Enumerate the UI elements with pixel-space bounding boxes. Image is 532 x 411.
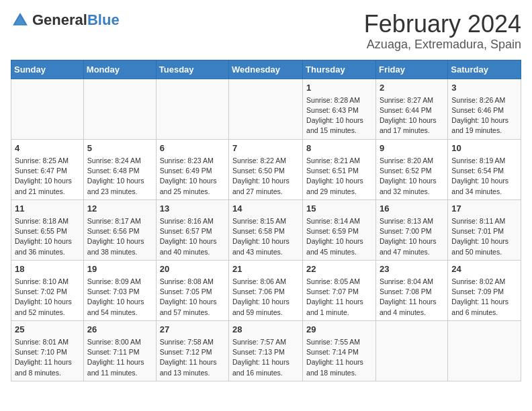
- day-number: 9: [380, 142, 444, 154]
- logo: GeneralBlue: [11, 11, 120, 30]
- day-number: 12: [87, 203, 152, 215]
- day-info: Sunrise: 8:26 AM Sunset: 6:46 PM Dayligh…: [451, 95, 517, 136]
- day-cell: 27Sunrise: 7:58 AM Sunset: 7:12 PM Dayli…: [156, 320, 228, 381]
- day-cell: 12Sunrise: 8:17 AM Sunset: 6:56 PM Dayli…: [83, 199, 156, 260]
- day-number: 27: [160, 324, 225, 336]
- calendar-table: SundayMondayTuesdayWednesdayThursdayFrid…: [11, 60, 521, 381]
- day-info: Sunrise: 8:23 AM Sunset: 6:49 PM Dayligh…: [160, 156, 225, 197]
- day-number: 6: [160, 142, 225, 154]
- day-number: 28: [232, 324, 299, 336]
- day-info: Sunrise: 8:28 AM Sunset: 6:43 PM Dayligh…: [306, 95, 372, 136]
- header-cell-monday: Monday: [83, 60, 156, 79]
- calendar-body: 1Sunrise: 8:28 AM Sunset: 6:43 PM Daylig…: [11, 79, 521, 381]
- day-info: Sunrise: 8:04 AM Sunset: 7:08 PM Dayligh…: [380, 277, 444, 318]
- day-cell: 20Sunrise: 8:08 AM Sunset: 7:05 PM Dayli…: [156, 260, 228, 320]
- day-number: 14: [232, 203, 299, 215]
- day-info: Sunrise: 7:57 AM Sunset: 7:13 PM Dayligh…: [232, 337, 299, 378]
- week-row-3: 11Sunrise: 8:18 AM Sunset: 6:55 PM Dayli…: [11, 199, 521, 260]
- day-number: 7: [232, 142, 299, 154]
- logo-icon: [11, 11, 30, 30]
- logo-text-general: General: [32, 12, 87, 28]
- month-title: February 2024: [364, 11, 521, 38]
- day-cell: 4Sunrise: 8:25 AM Sunset: 6:47 PM Daylig…: [11, 139, 84, 199]
- day-info: Sunrise: 8:24 AM Sunset: 6:48 PM Dayligh…: [87, 156, 152, 197]
- day-info: Sunrise: 8:19 AM Sunset: 6:54 PM Dayligh…: [451, 156, 517, 197]
- day-number: 13: [160, 203, 225, 215]
- day-number: 3: [451, 82, 517, 94]
- location-title: Azuaga, Extremadura, Spain: [364, 38, 521, 52]
- day-info: Sunrise: 8:01 AM Sunset: 7:10 PM Dayligh…: [15, 337, 80, 378]
- day-info: Sunrise: 8:06 AM Sunset: 7:06 PM Dayligh…: [232, 277, 299, 318]
- week-row-2: 4Sunrise: 8:25 AM Sunset: 6:47 PM Daylig…: [11, 139, 521, 199]
- day-number: 16: [380, 203, 444, 215]
- day-cell: 26Sunrise: 8:00 AM Sunset: 7:11 PM Dayli…: [83, 320, 156, 381]
- day-cell: 21Sunrise: 8:06 AM Sunset: 7:06 PM Dayli…: [229, 260, 303, 320]
- day-cell: 2Sunrise: 8:27 AM Sunset: 6:44 PM Daylig…: [375, 79, 447, 139]
- day-info: Sunrise: 8:20 AM Sunset: 6:52 PM Dayligh…: [380, 156, 444, 197]
- day-number: 11: [15, 203, 80, 215]
- day-cell: 3Sunrise: 8:26 AM Sunset: 6:46 PM Daylig…: [448, 79, 521, 139]
- day-cell: [11, 79, 84, 139]
- day-info: Sunrise: 8:22 AM Sunset: 6:50 PM Dayligh…: [232, 156, 299, 197]
- day-cell: 25Sunrise: 8:01 AM Sunset: 7:10 PM Dayli…: [11, 320, 84, 381]
- day-cell: 28Sunrise: 7:57 AM Sunset: 7:13 PM Dayli…: [229, 320, 303, 381]
- day-info: Sunrise: 8:18 AM Sunset: 6:55 PM Dayligh…: [15, 216, 80, 257]
- day-cell: [448, 320, 521, 381]
- day-info: Sunrise: 8:10 AM Sunset: 7:02 PM Dayligh…: [15, 277, 80, 318]
- day-cell: 8Sunrise: 8:21 AM Sunset: 6:51 PM Daylig…: [303, 139, 376, 199]
- day-info: Sunrise: 8:13 AM Sunset: 7:00 PM Dayligh…: [380, 216, 444, 257]
- day-info: Sunrise: 7:58 AM Sunset: 7:12 PM Dayligh…: [160, 337, 225, 378]
- day-cell: [229, 79, 303, 139]
- day-cell: [375, 320, 447, 381]
- week-row-1: 1Sunrise: 8:28 AM Sunset: 6:43 PM Daylig…: [11, 79, 521, 139]
- day-cell: 17Sunrise: 8:11 AM Sunset: 7:01 PM Dayli…: [448, 199, 521, 260]
- header-cell-sunday: Sunday: [11, 60, 84, 79]
- day-number: 29: [306, 324, 372, 336]
- day-info: Sunrise: 8:21 AM Sunset: 6:51 PM Dayligh…: [306, 156, 372, 197]
- day-number: 26: [87, 324, 152, 336]
- day-info: Sunrise: 8:09 AM Sunset: 7:03 PM Dayligh…: [87, 277, 152, 318]
- day-info: Sunrise: 8:02 AM Sunset: 7:09 PM Dayligh…: [451, 277, 517, 318]
- day-cell: 15Sunrise: 8:14 AM Sunset: 6:59 PM Dayli…: [303, 199, 376, 260]
- day-cell: [83, 79, 156, 139]
- day-cell: 14Sunrise: 8:15 AM Sunset: 6:58 PM Dayli…: [229, 199, 303, 260]
- day-cell: 29Sunrise: 7:55 AM Sunset: 7:14 PM Dayli…: [303, 320, 376, 381]
- day-cell: 19Sunrise: 8:09 AM Sunset: 7:03 PM Dayli…: [83, 260, 156, 320]
- header-cell-tuesday: Tuesday: [156, 60, 228, 79]
- day-info: Sunrise: 8:00 AM Sunset: 7:11 PM Dayligh…: [87, 337, 152, 378]
- header-cell-thursday: Thursday: [303, 60, 376, 79]
- day-info: Sunrise: 8:27 AM Sunset: 6:44 PM Dayligh…: [380, 95, 444, 136]
- day-number: 1: [306, 82, 372, 94]
- day-number: 21: [232, 263, 299, 275]
- header-cell-friday: Friday: [375, 60, 447, 79]
- day-number: 5: [87, 142, 152, 154]
- day-number: 23: [380, 263, 444, 275]
- day-info: Sunrise: 8:16 AM Sunset: 6:57 PM Dayligh…: [160, 216, 225, 257]
- day-number: 4: [15, 142, 80, 154]
- day-cell: 9Sunrise: 8:20 AM Sunset: 6:52 PM Daylig…: [375, 139, 447, 199]
- day-number: 2: [380, 82, 444, 94]
- day-info: Sunrise: 8:25 AM Sunset: 6:47 PM Dayligh…: [15, 156, 80, 197]
- day-info: Sunrise: 8:11 AM Sunset: 7:01 PM Dayligh…: [451, 216, 517, 257]
- page-header: GeneralBlue February 2024 Azuaga, Extrem…: [11, 11, 521, 52]
- day-cell: 5Sunrise: 8:24 AM Sunset: 6:48 PM Daylig…: [83, 139, 156, 199]
- day-cell: 18Sunrise: 8:10 AM Sunset: 7:02 PM Dayli…: [11, 260, 84, 320]
- day-info: Sunrise: 8:17 AM Sunset: 6:56 PM Dayligh…: [87, 216, 152, 257]
- day-cell: 24Sunrise: 8:02 AM Sunset: 7:09 PM Dayli…: [448, 260, 521, 320]
- day-info: Sunrise: 8:14 AM Sunset: 6:59 PM Dayligh…: [306, 216, 372, 257]
- day-number: 19: [87, 263, 152, 275]
- day-number: 10: [451, 142, 517, 154]
- day-cell: 13Sunrise: 8:16 AM Sunset: 6:57 PM Dayli…: [156, 199, 228, 260]
- header-row: SundayMondayTuesdayWednesdayThursdayFrid…: [11, 60, 521, 79]
- day-cell: [156, 79, 228, 139]
- day-number: 25: [15, 324, 80, 336]
- day-cell: 10Sunrise: 8:19 AM Sunset: 6:54 PM Dayli…: [448, 139, 521, 199]
- day-cell: 7Sunrise: 8:22 AM Sunset: 6:50 PM Daylig…: [229, 139, 303, 199]
- logo-text-blue: Blue: [87, 12, 120, 28]
- calendar-header: SundayMondayTuesdayWednesdayThursdayFrid…: [11, 60, 521, 79]
- day-info: Sunrise: 8:08 AM Sunset: 7:05 PM Dayligh…: [160, 277, 225, 318]
- day-cell: 23Sunrise: 8:04 AM Sunset: 7:08 PM Dayli…: [375, 260, 447, 320]
- day-info: Sunrise: 8:15 AM Sunset: 6:58 PM Dayligh…: [232, 216, 299, 257]
- week-row-4: 18Sunrise: 8:10 AM Sunset: 7:02 PM Dayli…: [11, 260, 521, 320]
- day-number: 24: [451, 263, 517, 275]
